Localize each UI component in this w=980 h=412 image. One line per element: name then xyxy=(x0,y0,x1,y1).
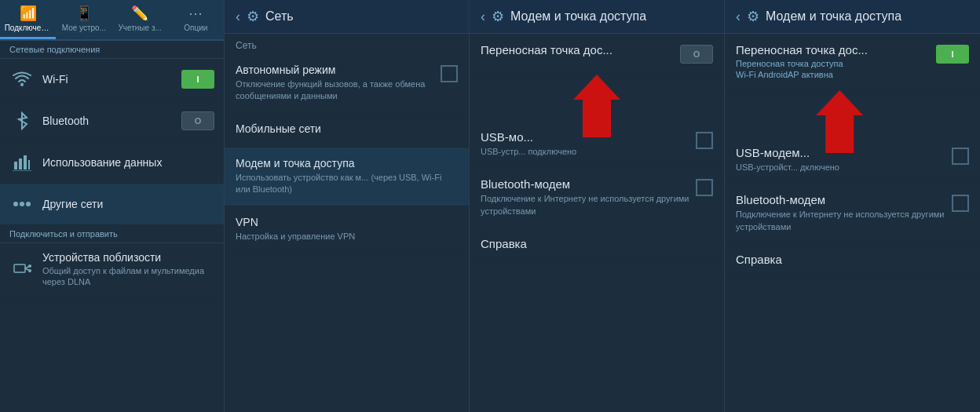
data-usage-title: Использование данных xyxy=(42,156,214,169)
modem-subtitle: Использовать устройство как м... (через … xyxy=(236,172,458,196)
panel-network: ‹ ⚙ Сеть Сеть Автономный режим Отключени… xyxy=(225,0,470,412)
bt-modem-on-title: Bluetooth-модем xyxy=(736,193,945,206)
svg-point-0 xyxy=(20,83,24,86)
svg-rect-3 xyxy=(24,155,27,170)
modem-item-bt[interactable]: Bluetooth-модем Подключение к Интернету … xyxy=(470,168,724,228)
airplane-checkbox[interactable] xyxy=(441,65,458,82)
menu-item-other-networks[interactable]: Другие сети xyxy=(0,184,224,225)
accounts-icon: ✏️ xyxy=(131,5,148,22)
usb-checkbox[interactable] xyxy=(696,132,713,149)
bt-on-checkbox[interactable] xyxy=(952,195,969,212)
tab-accounts[interactable]: ✏️ Учетные з... xyxy=(112,0,168,39)
bt-modem-on-subtitle: Подключение к Интернету не используется … xyxy=(736,209,945,233)
svg-point-12 xyxy=(28,264,31,268)
bt-checkbox[interactable] xyxy=(696,179,713,196)
usb-on-subtitle: USB-устройст... дключено xyxy=(736,162,945,173)
svg-point-7 xyxy=(20,202,24,206)
tab-accounts-label: Учетные з... xyxy=(118,24,161,32)
svg-rect-1 xyxy=(14,162,17,170)
help-content: Справка xyxy=(481,237,713,253)
tab-options-label: Опции xyxy=(184,24,207,32)
hotspot-on-desc1: Переносная точка доступа xyxy=(736,59,928,68)
modem-item-hotspot-off[interactable]: Переносная точка дос... O xyxy=(470,34,724,74)
other-networks-text: Другие сети xyxy=(42,198,214,210)
wifi-text: Wi-Fi xyxy=(42,73,181,86)
tab-my-device[interactable]: 📱 Мое устро... xyxy=(56,0,112,39)
device-icon: 📱 xyxy=(75,5,93,22)
data-usage-icon xyxy=(9,150,35,175)
panel3-settings-icon: ⚙ xyxy=(492,8,504,25)
panel-modem-on: ‹ ⚙ Модем и точка доступа Переносная точ… xyxy=(725,0,980,412)
nearby-devices-subtitle: Общий доступ к файлам и мультимедиа чере… xyxy=(42,265,214,288)
svg-point-6 xyxy=(13,202,18,206)
menu-item-vpn[interactable]: VPN Настройка и управление VPN xyxy=(225,206,469,253)
svg-rect-2 xyxy=(19,159,22,170)
hotspot-toggle-on[interactable]: I xyxy=(936,45,969,64)
panel3-back[interactable]: ‹ xyxy=(481,9,485,25)
panel4-title: Модем и точка доступа xyxy=(766,9,901,24)
section-network-connections: Сетевые подключения xyxy=(0,41,224,59)
modem-item-help-on[interactable]: Справка xyxy=(725,243,980,279)
nearby-devices-title: Устройства поблизости xyxy=(42,251,214,264)
menu-item-modem[interactable]: Модем и точка доступа Использовать устро… xyxy=(225,148,469,206)
wifi-icon xyxy=(9,67,35,92)
options-icon: ⋯ xyxy=(188,5,203,22)
menu-item-data-usage[interactable]: Использование данных xyxy=(0,142,224,184)
panel3-header: ‹ ⚙ Модем и точка доступа xyxy=(470,0,724,34)
wifi-title: Wi-Fi xyxy=(42,73,181,86)
nearby-devices-text: Устройства поблизости Общий доступ к фай… xyxy=(42,251,214,288)
arrow-up-on-indicator xyxy=(816,90,863,153)
other-networks-title: Другие сети xyxy=(42,198,214,210)
modem-item-help[interactable]: Справка xyxy=(470,228,724,263)
modem-item-bt-on[interactable]: Bluetooth-модем Подключение к Интернету … xyxy=(725,184,980,243)
airplane-title: Автономный режим xyxy=(236,64,434,76)
svg-rect-9 xyxy=(14,264,25,272)
menu-item-mobile-net[interactable]: Мобильные сети xyxy=(225,113,469,148)
panel2-header: ‹ ⚙ Сеть xyxy=(225,0,469,34)
panel4-settings-icon: ⚙ xyxy=(747,8,759,25)
panel4-header: ‹ ⚙ Модем и точка доступа xyxy=(725,0,980,34)
tab-connections-label: Подключен... xyxy=(5,24,52,32)
vpn-title: VPN xyxy=(236,216,458,228)
tab-connections[interactable]: 📶 Подключен... xyxy=(0,0,56,39)
modem-item-hotspot-on[interactable]: Переносная точка дос... Переносная точка… xyxy=(725,34,980,89)
modem-title: Модем и точка доступа xyxy=(236,157,458,170)
help-title: Справка xyxy=(481,237,713,250)
wifi-toggle[interactable]: I xyxy=(181,70,214,89)
mobile-net-title: Мобильные сети xyxy=(236,122,458,135)
panel2-section-label: Сеть xyxy=(225,34,469,54)
help-on-title: Справка xyxy=(736,253,969,266)
arrow-up-indicator xyxy=(573,75,620,137)
panel2-settings-icon: ⚙ xyxy=(247,8,259,25)
bluetooth-title: Bluetooth xyxy=(42,115,181,127)
airplane-subtitle: Отключение функций вызовов, а также обме… xyxy=(236,78,434,103)
panel3-title: Модем и точка доступа xyxy=(510,9,646,24)
bt-modem-title: Bluetooth-модем xyxy=(481,177,689,191)
panel-connections: 📶 Подключен... 📱 Мое устро... ✏️ Учетные… xyxy=(0,0,225,412)
vpn-subtitle: Настройка и управление VPN xyxy=(236,231,458,242)
bt-content: Bluetooth-модем Подключение к Интернету … xyxy=(481,177,689,217)
menu-item-nearby-devices[interactable]: Устройства поблизости Общий доступ к фай… xyxy=(0,243,224,297)
help-on-content: Справка xyxy=(736,253,969,268)
panel4-back[interactable]: ‹ xyxy=(736,9,740,25)
connections-icon: 📶 xyxy=(20,5,37,22)
hotspot-on-content: Переносная точка дос... Переносная точка… xyxy=(736,43,928,79)
bluetooth-toggle[interactable]: O xyxy=(181,111,214,130)
tabs-row: 📶 Подключен... 📱 Мое устро... ✏️ Учетные… xyxy=(0,0,224,41)
hotspot-content: Переносная точка дос... xyxy=(481,43,672,59)
menu-item-bluetooth[interactable]: Bluetooth O xyxy=(0,100,224,142)
hotspot-toggle-off[interactable]: O xyxy=(680,45,713,64)
bluetooth-text: Bluetooth xyxy=(42,115,181,127)
tab-options[interactable]: ⋯ Опции xyxy=(168,0,224,39)
other-networks-icon xyxy=(9,191,35,217)
nearby-devices-icon xyxy=(9,257,35,282)
section-connect-send: Подключиться и отправить xyxy=(0,225,224,243)
usb-on-checkbox[interactable] xyxy=(952,148,969,165)
panel2-back[interactable]: ‹ xyxy=(236,9,240,25)
menu-item-airplane[interactable]: Автономный режим Отключение функций вызо… xyxy=(225,54,469,113)
hotspot-on-desc2: Wi-Fi AndroidAP активна xyxy=(736,70,928,79)
menu-item-wifi[interactable]: Wi-Fi I xyxy=(0,59,224,100)
bluetooth-icon xyxy=(9,108,35,133)
bt-modem-subtitle: Подключение к Интернету не используется … xyxy=(481,193,689,217)
data-usage-text: Использование данных xyxy=(42,156,214,169)
